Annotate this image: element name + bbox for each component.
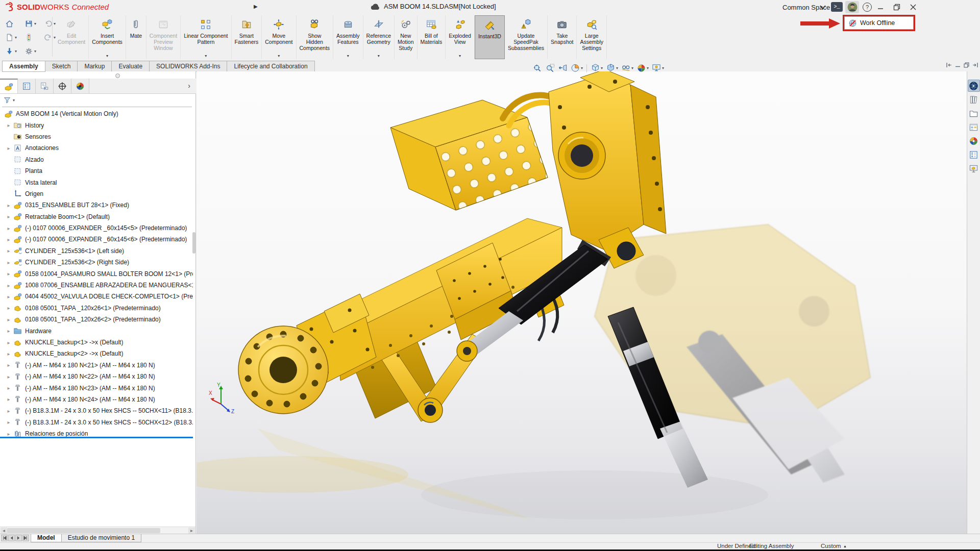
- headsup-hs-appear-button[interactable]: ▾: [635, 63, 650, 73]
- graphics-area[interactable]: Y X Z: [197, 71, 967, 534]
- dock-right-icon[interactable]: [971, 61, 979, 69]
- qat-arrow-down-button[interactable]: ▾: [5, 44, 24, 58]
- tree-item-vista-lateral[interactable]: Vista lateral: [0, 177, 193, 188]
- panel-tab-pt-tree[interactable]: [0, 79, 18, 93]
- minimize-button[interactable]: [876, 3, 885, 11]
- tree-item-am-m64-x-180-n-21-am-m64-x-180-n[interactable]: ▸(-) AM -- M64 x 180 N<21> (AM -- M64 x …: [0, 360, 193, 371]
- ribbon-button-exploded[interactable]: Exploded View▾: [446, 15, 475, 59]
- tree-scrollbar-thumb[interactable]: [192, 232, 195, 254]
- expand-arrow-icon[interactable]: ▸: [4, 419, 13, 425]
- taskpane-tp-props-tab[interactable]: [968, 148, 980, 161]
- tree-item-history[interactable]: ▸History: [0, 119, 193, 131]
- dropdown-caret-icon[interactable]: ▾: [205, 53, 207, 58]
- headsup-hs-prev-button[interactable]: [556, 63, 569, 73]
- dropdown-caret-icon[interactable]: ▾: [106, 53, 108, 58]
- dock-left-icon[interactable]: [945, 61, 953, 69]
- dropdown-caret-icon[interactable]: ▾: [616, 66, 618, 70]
- headsup-hs-display-button[interactable]: ▾: [604, 63, 620, 73]
- tree-item-knuckle-backup-2-x-default[interactable]: ▸KNUCKLE_backup<2> ->x (Default): [0, 348, 193, 359]
- tab-assembly[interactable]: Assembly: [2, 61, 45, 72]
- expand-arrow-icon[interactable]: ▸: [4, 396, 13, 402]
- menu-expand-icon[interactable]: ▶: [254, 4, 258, 9]
- tree-item-b18-3-1m-24-x-3-0-x-50-hex-shcs-50chx-12[interactable]: ▸(-) B18.3.1M - 24 x 3.0 x 50 Hex SHCS -…: [0, 417, 193, 428]
- qat-traffic-light-button[interactable]: [24, 31, 44, 44]
- dropdown-caret-icon[interactable]: ▾: [601, 66, 603, 70]
- ribbon-button-insert[interactable]: Insert Components▾: [89, 15, 126, 59]
- tree-item-0404-45002-valvula-doble-check-completo-[interactable]: ▸0404 45002_VALVULA DOBLE CHECK-COMPLETO…: [0, 291, 193, 302]
- tree-item-cylinder-125x536-2-right-side[interactable]: ▸CYLINDER _125x536<2> (Right Side): [0, 257, 193, 268]
- chevron-down-icon[interactable]: [820, 5, 826, 10]
- user-avatar-button[interactable]: [845, 1, 859, 13]
- headsup-hs-orient-button[interactable]: ▾: [589, 63, 604, 73]
- filter-input[interactable]: [2, 107, 192, 107]
- next-tab-button[interactable]: [15, 535, 22, 541]
- ribbon-button-linear-component[interactable]: Linear Component Pattern▾: [181, 15, 231, 59]
- dropdown-caret-icon[interactable]: ▾: [581, 66, 583, 70]
- headsup-hs-hide-button[interactable]: ▾: [620, 63, 635, 73]
- ribbon-button-move[interactable]: Move Component▾: [262, 15, 296, 59]
- tree-item-b18-3-1m-24-x-3-0-x-50-hex-shcs-50chx-11[interactable]: ▸(-) B18.3.1M - 24 x 3.0 x 50 Hex SHCS -…: [0, 405, 193, 416]
- expand-arrow-icon[interactable]: ▸: [4, 431, 13, 437]
- expand-arrow-icon[interactable]: ▸: [4, 328, 13, 334]
- taskpane-tp-folder-tab[interactable]: [968, 107, 980, 119]
- tree-item-am-m64-x-180-n-24-am-m64-x-180-n[interactable]: ▸(-) AM -- M64 x 180 N<24> (AM -- M64 x …: [0, 394, 193, 405]
- scroll-left-arrow[interactable]: ◄: [1, 528, 7, 534]
- tree-item-am-m64-x-180-n-22-am-m64-x-180-n[interactable]: ▸(-) AM -- M64 x 180 N<22> (AM -- M64 x …: [0, 371, 193, 382]
- tree-item-asm-boom-14-vertical-motion-only[interactable]: ASM BOOM 14 (Vertical Motion Only): [0, 108, 193, 119]
- tree-item-knuckle-backup-1-x-default[interactable]: ▸KNUCKLE_backup<1> ->x (Default): [0, 337, 193, 348]
- dropdown-caret-icon[interactable]: ▾: [378, 53, 380, 58]
- qat-new-doc-button[interactable]: ▾: [5, 31, 24, 44]
- headsup-hs-fit-button[interactable]: [531, 63, 544, 73]
- tree-item-0107-00006-expander-60x145-6-predetermin[interactable]: ▸(-) 0107 00006_EXPANDER _60x145<6> (Pre…: [0, 234, 193, 245]
- qat-home-button[interactable]: [5, 17, 24, 31]
- ribbon-button-assembly[interactable]: Assembly Features▾: [333, 15, 363, 59]
- ribbon-button-smart[interactable]: Smart Fasteners: [232, 15, 262, 59]
- tab-evaluate[interactable]: Evaluate: [111, 61, 150, 72]
- headsup-hs-area-button[interactable]: [544, 63, 556, 73]
- dropdown-caret-icon[interactable]: ▾: [631, 66, 633, 70]
- expand-arrow-icon[interactable]: ▸: [4, 271, 13, 277]
- tree-item-0108-05001-tapa-120x26-1-predeterminado[interactable]: ▸0108 05001_TAPA _120x26<1> (Predetermin…: [0, 303, 193, 314]
- qat-save-button[interactable]: ▾: [24, 17, 44, 31]
- dropdown-caret-icon[interactable]: ▾: [34, 21, 36, 26]
- ribbon-button-large[interactable]: Large Assembly Settings: [577, 15, 607, 59]
- taskpane-tp-globe-tab[interactable]: [968, 80, 980, 92]
- close-button[interactable]: [909, 3, 917, 11]
- tab-sketch[interactable]: Sketch: [45, 61, 78, 72]
- tab-markup[interactable]: Markup: [77, 61, 112, 72]
- rollback-bar[interactable]: [0, 437, 193, 438]
- dropdown-caret-icon[interactable]: ▾: [647, 66, 649, 70]
- panel-tab-pt-props[interactable]: [18, 79, 36, 93]
- tree-item-1008-07006-ensamble-abrazadera-de-mangue[interactable]: ▸1008 07006_ENSAMBLE ABRAZADERA DE MANGU…: [0, 280, 193, 291]
- tab-lifecycle-and-collaboration[interactable]: Lifecycle and Collaboration: [227, 61, 314, 72]
- ribbon-button-new[interactable]: New Motion Study: [395, 15, 418, 59]
- tree-item-am-m64-x-180-n-23-am-m64-x-180-n[interactable]: ▸(-) AM -- M64 x 180 N<23> (AM -- M64 x …: [0, 382, 193, 393]
- dropdown-caret-icon[interactable]: ▾: [15, 35, 17, 40]
- tree-item-0108-05001-tapa-120x26-2-predeterminado[interactable]: ▸0108 05001_TAPA _120x26<2> (Predetermin…: [0, 314, 193, 325]
- panel-tab-pt-dim[interactable]: [54, 79, 71, 93]
- expand-arrow-icon[interactable]: ▸: [4, 122, 13, 128]
- viewport-3d-model[interactable]: [197, 71, 967, 534]
- first-tab-button[interactable]: [1, 535, 8, 541]
- custom-status-caret-icon[interactable]: ▲: [843, 543, 847, 549]
- panel-tab-pt-config[interactable]: [36, 79, 54, 93]
- dropdown-caret-icon[interactable]: ▾: [15, 49, 17, 54]
- dropdown-caret-icon[interactable]: ▾: [278, 53, 280, 58]
- tab-solidworks-add-ins[interactable]: SOLIDWORKS Add-Ins: [149, 61, 227, 72]
- expand-arrow-icon[interactable]: ▸: [4, 283, 13, 288]
- minimize-viewport-icon[interactable]: [954, 61, 962, 69]
- dropdown-caret-icon[interactable]: ▾: [34, 49, 36, 54]
- filter-funnel-icon[interactable]: ▾: [3, 96, 15, 105]
- qat-gear-button[interactable]: ▾: [24, 44, 44, 58]
- taskpane-tp-books-tab[interactable]: [968, 93, 980, 106]
- restore-viewport-icon[interactable]: [963, 61, 970, 69]
- expand-arrow-icon[interactable]: ▸: [4, 408, 13, 414]
- tree-item-alzado[interactable]: Alzado: [0, 154, 193, 165]
- tree-item-origen[interactable]: Origen: [0, 188, 193, 199]
- taskpane-tp-palette-tab[interactable]: [968, 121, 980, 133]
- tree-item-0107-00006-expander-60x145-5-predetermin[interactable]: ▸(-) 0107 00006_EXPANDER _60x145<5> (Pre…: [0, 222, 193, 234]
- expand-arrow-icon[interactable]: ▸: [4, 248, 13, 254]
- expand-arrow-icon[interactable]: ▸: [4, 362, 13, 368]
- ribbon-button-bill-of[interactable]: Bill of Materials: [418, 15, 446, 59]
- console-button[interactable]: >_: [831, 2, 843, 12]
